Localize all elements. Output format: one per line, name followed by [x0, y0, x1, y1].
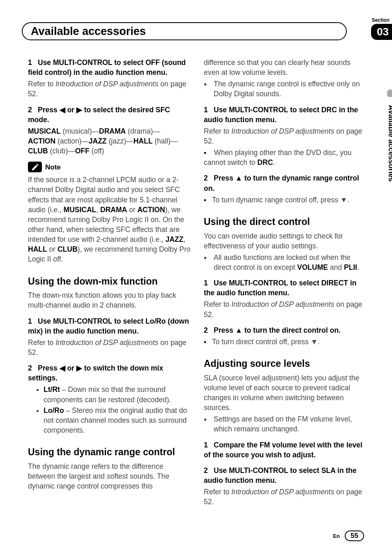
downmix-options: Lt/Rt – Down mix so that the surround co… [28, 385, 191, 435]
footer-page-number: 55 [345, 531, 364, 541]
sla-step-2-head: 2Use MULTI-CONTROL to select SLA in the … [204, 466, 367, 485]
pencil-icon [28, 162, 42, 172]
drc-step-2-note: To turn dynamic range control off, press… [204, 195, 367, 205]
header-pill: Available accessories [22, 22, 347, 40]
dm-step-1-body: Refer to Introduction of DSP adjustments… [28, 338, 191, 357]
drc-step-1-body: Refer to Introduction of DSP adjustments… [204, 126, 367, 146]
note-header: Note [28, 162, 191, 172]
dir-step-2-head: 2Press ▲ to turn the direct control on. [204, 325, 367, 335]
sfc-options: MUSICAL (musical)—DRAMA (drama)— ACTION … [28, 126, 191, 156]
dm-step-2-head: 2Press ◀ or ▶ to switch the down mix set… [28, 363, 191, 383]
heading-direct: Using the direct control [204, 215, 367, 229]
drc-step-2-head: 2Press ▲ to turn the dynamic range contr… [204, 173, 367, 193]
list-item: Lo/Ro – Stereo mix the original audio th… [44, 405, 191, 435]
section-badge: Section 03 [371, 17, 392, 40]
step-2-head: 2Press ◀ or ▶ to select the desired SFC … [28, 105, 191, 125]
dir-step-1-body: Refer to Introduction of DSP adjustments… [204, 299, 367, 319]
list-item: The dynamic range control is effective o… [204, 79, 367, 99]
header-title: Available accessories [31, 25, 146, 38]
side-tab: Available accessories [379, 90, 392, 197]
drc-intro: The dynamic range refers to the differen… [28, 461, 191, 491]
page: Available accessories Section 03 Availab… [0, 0, 392, 556]
dir-step-2-note: To turn direct control off, press ▼. [204, 337, 367, 347]
direct-note-list: All audio functions are locked out when … [204, 253, 367, 272]
downmix-intro: The down-mix function allows you to play… [28, 290, 191, 310]
step-1-body: Refer to Introduction of DSP adjustments… [28, 79, 191, 99]
list-item: Lt/Rt – Down mix so that the surround co… [44, 385, 191, 404]
side-tab-text: Available accessories [386, 105, 392, 181]
side-tab-notch [387, 90, 392, 97]
note-body: If the source is a 2-channel LPCM audio … [28, 175, 191, 264]
footer-language: En [333, 533, 340, 539]
drc-step-1-note: When playing other than the DVD disc, yo… [204, 148, 367, 167]
sla-step-1-head: 1Compare the FM volume level with the le… [204, 440, 367, 460]
section-number: 03 [371, 24, 392, 40]
dir-step-1-head: 1Use MULTI-CONTROL to select DIRECT in t… [204, 278, 367, 298]
drc-note-list: The dynamic range control is effective o… [204, 79, 367, 99]
right-column: difference so that you can clearly hear … [204, 58, 367, 508]
heading-drc: Using the dynamic range control [28, 446, 191, 459]
list-item: Settings are based on the FM volume leve… [204, 414, 367, 434]
left-column: 1Use MULTI-CONTROL to select OFF (sound … [28, 58, 191, 508]
section-label: Section [371, 17, 390, 23]
dm-step-1-head: 1Use MULTI-CONTROL to select Lo/Ro (down… [28, 316, 191, 336]
drc-step-1-head: 1Use MULTI-CONTROL to select DRC in the … [204, 105, 367, 125]
list-item: All audio functions are locked out when … [204, 253, 367, 272]
heading-downmix: Using the down-mix function [28, 275, 191, 288]
sla-intro: SLA (source level adjustment) lets you a… [204, 373, 367, 413]
step-1-head: 1Use MULTI-CONTROL to select OFF (sound … [28, 58, 191, 77]
note-label: Note [45, 162, 61, 172]
heading-sla: Adjusting source levels [204, 357, 367, 371]
drc-cont: difference so that you can clearly hear … [204, 58, 367, 77]
sla-step-2-body: Refer to Introduction of DSP adjustments… [204, 487, 367, 507]
direct-intro: You can override audio settings to check… [204, 231, 367, 251]
content-columns: 1Use MULTI-CONTROL to select OFF (sound … [28, 58, 367, 508]
page-footer: En 55 [333, 531, 364, 541]
page-header: Available accessories Section 03 [28, 21, 367, 45]
sla-note-list: Settings are based on the FM volume leve… [204, 414, 367, 434]
